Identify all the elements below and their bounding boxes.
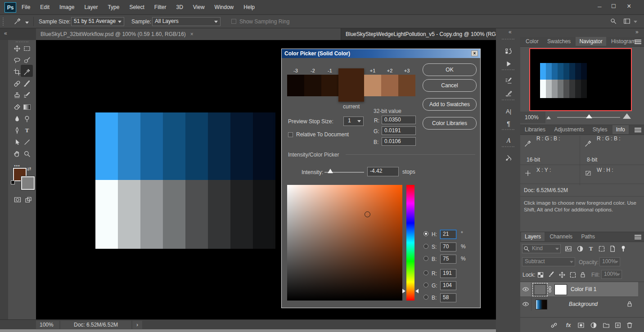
brightness-input[interactable]: 75 xyxy=(440,255,456,264)
tool-preset-arrow-icon[interactable] xyxy=(25,22,29,24)
filter-toggle-icon[interactable] xyxy=(618,244,628,254)
quick-mask-icon[interactable] xyxy=(13,195,23,205)
blend-arrow-icon[interactable] xyxy=(570,261,573,263)
menu-item-image[interactable]: Image xyxy=(59,4,74,10)
dodge-tool[interactable] xyxy=(22,114,32,124)
layer-thumbnail[interactable] xyxy=(536,300,547,310)
status-chevron-box[interactable]: › xyxy=(132,321,142,329)
healing-tool[interactable] xyxy=(12,79,22,89)
glyphs-icon[interactable]: A xyxy=(504,136,513,145)
collapse-left-icon[interactable]: « xyxy=(4,30,7,36)
intensity-input[interactable]: -4.42 xyxy=(367,167,399,176)
default-colors-icon[interactable] xyxy=(11,180,15,184)
layer-mask-thumbnail[interactable] xyxy=(554,284,567,295)
gradient-tool[interactable] xyxy=(22,102,32,112)
layer-visibility-icon[interactable] xyxy=(520,283,531,296)
dock-collapse-left-icon[interactable]: « xyxy=(509,29,512,35)
hue-slider-left-arrow[interactable] xyxy=(402,289,405,293)
lock-artboard-icon[interactable] xyxy=(568,270,578,280)
stop-swatch-minus[interactable] xyxy=(287,75,304,96)
lock-all-icon[interactable] xyxy=(578,270,588,280)
hue-slider-right-arrow[interactable] xyxy=(415,289,419,293)
menu-item-select[interactable]: Select xyxy=(129,4,144,10)
menu-item-type[interactable]: Type xyxy=(108,4,119,10)
layer-mask-link-icon[interactable] xyxy=(546,284,554,294)
menu-item-3d[interactable]: 3D xyxy=(176,4,183,10)
layer-visibility-icon[interactable] xyxy=(520,297,531,311)
layer-thumbnail[interactable] xyxy=(534,284,546,295)
lasso-tool[interactable] xyxy=(12,55,22,65)
minimize-button[interactable]: ─ xyxy=(598,4,602,10)
hue-radio[interactable] xyxy=(423,231,428,236)
lock-transparency-icon[interactable] xyxy=(536,270,545,280)
sample-size-dropdown[interactable]: 51 by 51 Average xyxy=(71,17,124,26)
tool-presets-icon[interactable] xyxy=(504,153,513,162)
adjustment-layer-icon[interactable] xyxy=(589,320,599,330)
zoom-in-icon[interactable] xyxy=(623,113,631,119)
tab-color[interactable]: Color xyxy=(522,37,542,46)
stop-swatch-minus[interactable] xyxy=(321,75,338,96)
path-select-tool[interactable] xyxy=(12,137,22,147)
stop-swatch-minus[interactable] xyxy=(304,75,321,96)
color-libraries-button[interactable]: Color Libraries xyxy=(423,117,477,130)
character-icon[interactable]: A| xyxy=(504,107,513,116)
hue-slider-strip[interactable] xyxy=(406,185,414,301)
sample-dropdown[interactable]: All Layers xyxy=(152,17,221,26)
dock-expand-right-icon[interactable]: » xyxy=(635,29,639,35)
menu-item-window[interactable]: Window xyxy=(215,4,234,10)
tab-layers[interactable]: Layers xyxy=(521,232,545,241)
add-to-swatches-button[interactable]: Add to Swatches xyxy=(423,98,477,111)
bit32-g-input[interactable]: 0.0191 xyxy=(382,126,416,135)
actions-icon[interactable] xyxy=(504,59,513,68)
tab-styles[interactable]: Styles xyxy=(589,125,611,134)
opacity-arrow-icon[interactable] xyxy=(615,261,618,263)
saturation-brightness-field[interactable] xyxy=(287,185,402,301)
brushes-icon[interactable] xyxy=(504,89,513,98)
hand-tool[interactable] xyxy=(12,149,22,159)
bit32-r-input[interactable]: 0.0350 xyxy=(382,116,416,124)
lock-position-icon[interactable] xyxy=(557,270,567,280)
sampling-ring-checkbox[interactable] xyxy=(231,19,236,24)
navigator-zoom-box[interactable]: 100% xyxy=(520,112,545,123)
menu-item-view[interactable]: View xyxy=(193,4,205,10)
workspace-icon[interactable] xyxy=(622,16,632,26)
close-button[interactable]: × xyxy=(627,2,631,10)
navigator-zoom-slider-thumb[interactable] xyxy=(586,114,592,118)
screen-mode-icon[interactable] xyxy=(23,195,33,205)
background-color-swatch[interactable] xyxy=(21,176,35,190)
eraser-tool[interactable] xyxy=(12,102,22,112)
menu-item-help[interactable]: Help xyxy=(243,4,255,10)
filter-shape-icon[interactable] xyxy=(597,244,607,254)
maximize-button[interactable]: ☐ xyxy=(611,3,616,9)
new-group-icon[interactable] xyxy=(601,320,611,330)
fill-arrow-icon[interactable] xyxy=(617,274,620,276)
sample-arrow-icon[interactable] xyxy=(214,21,218,23)
history-brush-tool[interactable] xyxy=(22,90,32,100)
tab-navigator[interactable]: Navigator xyxy=(576,37,606,46)
menu-item-edit[interactable]: Edit xyxy=(40,4,50,10)
layer-style-icon[interactable]: fx xyxy=(563,320,573,330)
preview-stop-arrow-icon[interactable] xyxy=(357,120,361,122)
blur-tool[interactable] xyxy=(12,114,22,124)
panel-menu-icon[interactable] xyxy=(635,235,641,236)
workspace-arrow-icon[interactable] xyxy=(634,21,637,23)
clone-stamp-tool[interactable] xyxy=(12,90,22,100)
red-radio[interactable] xyxy=(423,270,428,275)
layer-name[interactable]: Color Fill 1 xyxy=(571,286,596,292)
marquee-tool[interactable] xyxy=(22,44,32,54)
saturation-radio[interactable] xyxy=(423,244,428,249)
document-tab[interactable]: BlueSkyLP_32bitWorkflow.psd @ 100% (0.59… xyxy=(36,28,341,40)
stop-swatch-plus[interactable] xyxy=(398,75,415,96)
kind-arrow-icon[interactable] xyxy=(555,248,559,250)
green-input[interactable]: 104 xyxy=(440,281,456,290)
paragraph-icon[interactable]: ¶ xyxy=(504,119,513,128)
brush-settings-icon[interactable] xyxy=(504,76,513,85)
color-field-cursor[interactable] xyxy=(365,211,370,217)
delete-layer-icon[interactable] xyxy=(625,320,635,330)
tab-paths[interactable]: Paths xyxy=(577,232,599,241)
filter-adjustment-icon[interactable] xyxy=(575,244,585,254)
tab-info[interactable]: Info xyxy=(612,125,629,134)
blue-input[interactable]: 58 xyxy=(440,293,456,302)
panel-menu-icon[interactable] xyxy=(635,128,641,129)
eyedropper-options-icon[interactable] xyxy=(13,16,23,26)
